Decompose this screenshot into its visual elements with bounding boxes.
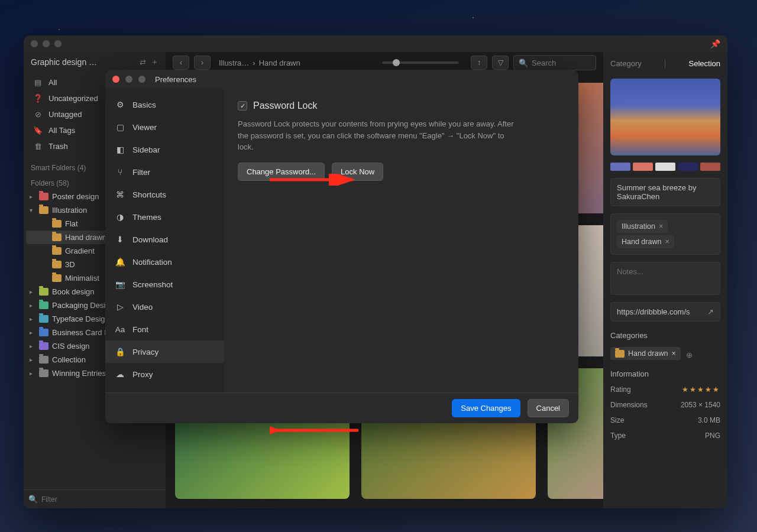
filter-icon: ⑂	[115, 167, 125, 177]
preferences-sidebar: ⚙Basics▢Viewer◧Sidebar⑂Filter⌘Shortcuts◑…	[105, 89, 224, 392]
pref-tab-basics[interactable]: ⚙Basics	[105, 93, 224, 116]
screenshot-icon: 📷	[115, 279, 125, 290]
pref-tab-font[interactable]: AaFont	[105, 318, 224, 340]
save-changes-button[interactable]: Save Changes	[452, 399, 520, 417]
pref-tab-download[interactable]: ⬇Download	[105, 228, 224, 251]
shortcuts-icon: ⌘	[115, 189, 125, 200]
change-password-button[interactable]: Change Password...	[238, 163, 325, 181]
pref-tab-screenshot[interactable]: 📷Screenshot	[105, 273, 224, 296]
font-icon: Aa	[115, 324, 125, 335]
pref-tab-video[interactable]: ▷Video	[105, 296, 224, 318]
pref-tab-viewer[interactable]: ▢Viewer	[105, 116, 224, 138]
pref-tab-shortcuts[interactable]: ⌘Shortcuts	[105, 183, 224, 206]
modal-titlebar: Preferences	[105, 70, 578, 89]
modal-zoom[interactable]	[138, 76, 145, 83]
pref-tab-sidebar[interactable]: ◧Sidebar	[105, 138, 224, 161]
basics-icon: ⚙	[115, 99, 125, 110]
proxy-icon: ☁	[115, 369, 125, 379]
pref-tab-themes[interactable]: ◑Themes	[105, 206, 224, 228]
lock-now-button[interactable]: Lock Now	[332, 163, 383, 181]
password-lock-description: Password Lock protects your contents fro…	[238, 118, 522, 153]
pref-tab-proxy[interactable]: ☁Proxy	[105, 363, 224, 385]
pref-tab-notification[interactable]: 🔔Notification	[105, 251, 224, 273]
password-lock-checkbox[interactable]	[238, 101, 247, 111]
themes-icon: ◑	[115, 212, 125, 222]
modal-title: Preferences	[155, 75, 196, 84]
notification-icon: 🔔	[115, 257, 125, 267]
preferences-modal: Preferences ⚙Basics▢Viewer◧Sidebar⑂Filte…	[105, 70, 578, 423]
password-lock-label: Password Lock	[253, 100, 318, 111]
sidebar-icon: ◧	[115, 144, 125, 155]
download-icon: ⬇	[115, 234, 125, 245]
viewer-icon: ▢	[115, 122, 125, 132]
modal-minimize[interactable]	[125, 76, 132, 83]
modal-close[interactable]	[112, 76, 119, 83]
pref-tab-privacy[interactable]: 🔒Privacy	[105, 340, 224, 363]
video-icon: ▷	[115, 301, 125, 312]
cancel-button[interactable]: Cancel	[528, 399, 569, 417]
pref-tab-filter[interactable]: ⑂Filter	[105, 161, 224, 183]
preferences-content: Password Lock Password Lock protects you…	[224, 89, 578, 392]
privacy-icon: 🔒	[115, 346, 125, 357]
